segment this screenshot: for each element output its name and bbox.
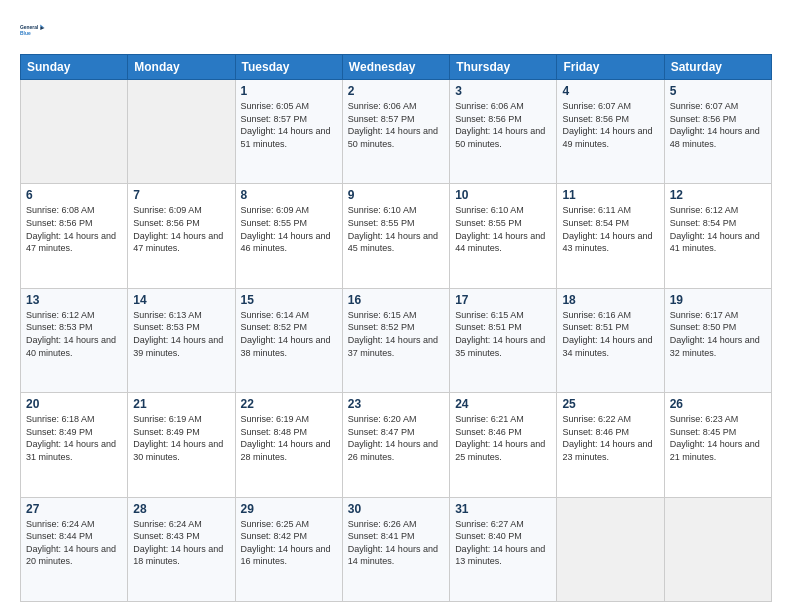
day-info: Sunrise: 6:06 AM Sunset: 8:57 PM Dayligh… (348, 100, 444, 150)
day-number: 13 (26, 293, 122, 307)
logo-icon: GeneralBlue (20, 16, 48, 44)
day-number: 23 (348, 397, 444, 411)
day-number: 17 (455, 293, 551, 307)
calendar-day-cell: 14Sunrise: 6:13 AM Sunset: 8:53 PM Dayli… (128, 288, 235, 392)
calendar-day-cell: 28Sunrise: 6:24 AM Sunset: 8:43 PM Dayli… (128, 497, 235, 601)
day-number: 28 (133, 502, 229, 516)
calendar-day-cell: 20Sunrise: 6:18 AM Sunset: 8:49 PM Dayli… (21, 393, 128, 497)
day-info: Sunrise: 6:05 AM Sunset: 8:57 PM Dayligh… (241, 100, 337, 150)
calendar-week-row: 20Sunrise: 6:18 AM Sunset: 8:49 PM Dayli… (21, 393, 772, 497)
day-number: 31 (455, 502, 551, 516)
calendar-day-header: Thursday (450, 55, 557, 80)
day-info: Sunrise: 6:10 AM Sunset: 8:55 PM Dayligh… (455, 204, 551, 254)
calendar-week-row: 1Sunrise: 6:05 AM Sunset: 8:57 PM Daylig… (21, 80, 772, 184)
page-header: GeneralBlue (20, 16, 772, 44)
day-info: Sunrise: 6:07 AM Sunset: 8:56 PM Dayligh… (562, 100, 658, 150)
day-number: 1 (241, 84, 337, 98)
day-info: Sunrise: 6:17 AM Sunset: 8:50 PM Dayligh… (670, 309, 766, 359)
calendar-day-cell: 16Sunrise: 6:15 AM Sunset: 8:52 PM Dayli… (342, 288, 449, 392)
day-number: 26 (670, 397, 766, 411)
calendar-day-cell: 17Sunrise: 6:15 AM Sunset: 8:51 PM Dayli… (450, 288, 557, 392)
day-number: 4 (562, 84, 658, 98)
day-info: Sunrise: 6:22 AM Sunset: 8:46 PM Dayligh… (562, 413, 658, 463)
calendar-header-row: SundayMondayTuesdayWednesdayThursdayFrid… (21, 55, 772, 80)
calendar-day-cell: 15Sunrise: 6:14 AM Sunset: 8:52 PM Dayli… (235, 288, 342, 392)
day-info: Sunrise: 6:06 AM Sunset: 8:56 PM Dayligh… (455, 100, 551, 150)
calendar-day-cell (128, 80, 235, 184)
calendar-day-cell: 25Sunrise: 6:22 AM Sunset: 8:46 PM Dayli… (557, 393, 664, 497)
calendar-day-header: Friday (557, 55, 664, 80)
calendar-day-cell (664, 497, 771, 601)
calendar-week-row: 6Sunrise: 6:08 AM Sunset: 8:56 PM Daylig… (21, 184, 772, 288)
day-info: Sunrise: 6:15 AM Sunset: 8:51 PM Dayligh… (455, 309, 551, 359)
calendar-day-cell: 2Sunrise: 6:06 AM Sunset: 8:57 PM Daylig… (342, 80, 449, 184)
day-info: Sunrise: 6:24 AM Sunset: 8:43 PM Dayligh… (133, 518, 229, 568)
day-info: Sunrise: 6:16 AM Sunset: 8:51 PM Dayligh… (562, 309, 658, 359)
day-number: 16 (348, 293, 444, 307)
calendar-day-cell: 9Sunrise: 6:10 AM Sunset: 8:55 PM Daylig… (342, 184, 449, 288)
calendar-day-header: Wednesday (342, 55, 449, 80)
calendar-week-row: 27Sunrise: 6:24 AM Sunset: 8:44 PM Dayli… (21, 497, 772, 601)
day-info: Sunrise: 6:25 AM Sunset: 8:42 PM Dayligh… (241, 518, 337, 568)
calendar-day-cell: 3Sunrise: 6:06 AM Sunset: 8:56 PM Daylig… (450, 80, 557, 184)
calendar-day-cell (557, 497, 664, 601)
calendar-day-cell: 1Sunrise: 6:05 AM Sunset: 8:57 PM Daylig… (235, 80, 342, 184)
calendar-day-cell: 8Sunrise: 6:09 AM Sunset: 8:55 PM Daylig… (235, 184, 342, 288)
calendar-day-cell: 30Sunrise: 6:26 AM Sunset: 8:41 PM Dayli… (342, 497, 449, 601)
day-number: 9 (348, 188, 444, 202)
calendar-day-cell (21, 80, 128, 184)
calendar-day-cell: 22Sunrise: 6:19 AM Sunset: 8:48 PM Dayli… (235, 393, 342, 497)
calendar-day-cell: 23Sunrise: 6:20 AM Sunset: 8:47 PM Dayli… (342, 393, 449, 497)
logo: GeneralBlue (20, 16, 48, 44)
day-info: Sunrise: 6:18 AM Sunset: 8:49 PM Dayligh… (26, 413, 122, 463)
day-info: Sunrise: 6:11 AM Sunset: 8:54 PM Dayligh… (562, 204, 658, 254)
day-number: 3 (455, 84, 551, 98)
calendar-day-cell: 4Sunrise: 6:07 AM Sunset: 8:56 PM Daylig… (557, 80, 664, 184)
day-number: 25 (562, 397, 658, 411)
day-number: 15 (241, 293, 337, 307)
day-number: 7 (133, 188, 229, 202)
calendar-day-cell: 10Sunrise: 6:10 AM Sunset: 8:55 PM Dayli… (450, 184, 557, 288)
day-number: 29 (241, 502, 337, 516)
calendar-day-cell: 27Sunrise: 6:24 AM Sunset: 8:44 PM Dayli… (21, 497, 128, 601)
day-info: Sunrise: 6:19 AM Sunset: 8:49 PM Dayligh… (133, 413, 229, 463)
calendar-day-header: Monday (128, 55, 235, 80)
day-number: 27 (26, 502, 122, 516)
day-number: 22 (241, 397, 337, 411)
day-number: 12 (670, 188, 766, 202)
day-number: 19 (670, 293, 766, 307)
day-number: 21 (133, 397, 229, 411)
calendar-day-cell: 21Sunrise: 6:19 AM Sunset: 8:49 PM Dayli… (128, 393, 235, 497)
calendar-day-header: Saturday (664, 55, 771, 80)
day-number: 8 (241, 188, 337, 202)
day-info: Sunrise: 6:24 AM Sunset: 8:44 PM Dayligh… (26, 518, 122, 568)
calendar-day-cell: 11Sunrise: 6:11 AM Sunset: 8:54 PM Dayli… (557, 184, 664, 288)
day-info: Sunrise: 6:19 AM Sunset: 8:48 PM Dayligh… (241, 413, 337, 463)
day-info: Sunrise: 6:08 AM Sunset: 8:56 PM Dayligh… (26, 204, 122, 254)
day-info: Sunrise: 6:13 AM Sunset: 8:53 PM Dayligh… (133, 309, 229, 359)
calendar-day-cell: 7Sunrise: 6:09 AM Sunset: 8:56 PM Daylig… (128, 184, 235, 288)
calendar-day-header: Tuesday (235, 55, 342, 80)
calendar-day-cell: 24Sunrise: 6:21 AM Sunset: 8:46 PM Dayli… (450, 393, 557, 497)
calendar-day-cell: 18Sunrise: 6:16 AM Sunset: 8:51 PM Dayli… (557, 288, 664, 392)
day-number: 14 (133, 293, 229, 307)
calendar-day-cell: 13Sunrise: 6:12 AM Sunset: 8:53 PM Dayli… (21, 288, 128, 392)
calendar-day-header: Sunday (21, 55, 128, 80)
day-number: 30 (348, 502, 444, 516)
day-info: Sunrise: 6:12 AM Sunset: 8:54 PM Dayligh… (670, 204, 766, 254)
calendar-day-cell: 31Sunrise: 6:27 AM Sunset: 8:40 PM Dayli… (450, 497, 557, 601)
calendar-week-row: 13Sunrise: 6:12 AM Sunset: 8:53 PM Dayli… (21, 288, 772, 392)
day-info: Sunrise: 6:09 AM Sunset: 8:55 PM Dayligh… (241, 204, 337, 254)
day-info: Sunrise: 6:14 AM Sunset: 8:52 PM Dayligh… (241, 309, 337, 359)
day-info: Sunrise: 6:20 AM Sunset: 8:47 PM Dayligh… (348, 413, 444, 463)
day-info: Sunrise: 6:09 AM Sunset: 8:56 PM Dayligh… (133, 204, 229, 254)
day-info: Sunrise: 6:15 AM Sunset: 8:52 PM Dayligh… (348, 309, 444, 359)
day-number: 18 (562, 293, 658, 307)
calendar-day-cell: 19Sunrise: 6:17 AM Sunset: 8:50 PM Dayli… (664, 288, 771, 392)
day-info: Sunrise: 6:27 AM Sunset: 8:40 PM Dayligh… (455, 518, 551, 568)
calendar-table: SundayMondayTuesdayWednesdayThursdayFrid… (20, 54, 772, 602)
day-number: 5 (670, 84, 766, 98)
calendar-day-cell: 26Sunrise: 6:23 AM Sunset: 8:45 PM Dayli… (664, 393, 771, 497)
calendar-day-cell: 29Sunrise: 6:25 AM Sunset: 8:42 PM Dayli… (235, 497, 342, 601)
day-number: 6 (26, 188, 122, 202)
